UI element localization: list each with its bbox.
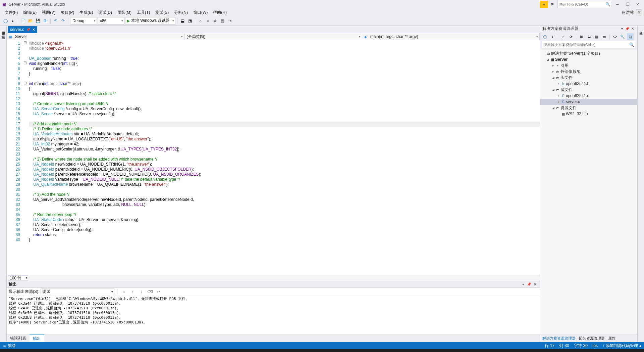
new-project-button[interactable]: 📄 xyxy=(20,17,26,25)
step-into-button[interactable]: ⬓ xyxy=(179,17,186,25)
feedback-flag-icon[interactable]: ⚑ xyxy=(548,1,556,8)
server-explorer-tab[interactable]: 服务器资源管理器 xyxy=(0,27,6,31)
se-pin-icon[interactable]: 📌 xyxy=(625,26,630,32)
output-close-icon[interactable]: ✕ xyxy=(532,282,538,287)
project-node[interactable]: ◢▦Server xyxy=(540,56,637,62)
menu-调试[interactable]: 调试(D) xyxy=(96,9,115,16)
scope-combo[interactable]: (全局范围) xyxy=(184,33,362,40)
output-text[interactable]: "Server.exe"(Win32): 已加载"C:\Windows\SysW… xyxy=(7,296,540,335)
header-file[interactable]: ▸hopen62541.h xyxy=(540,81,637,87)
output-wrap-button[interactable]: ↵ xyxy=(155,289,162,295)
quick-launch-input[interactable]: 🔍 xyxy=(557,1,611,8)
se-collapse-button[interactable]: ⊞ xyxy=(578,33,585,40)
search-icon: 🔍 xyxy=(629,42,634,47)
save-all-button[interactable]: 🗎 xyxy=(42,17,49,25)
project-combo[interactable]: ▦Server xyxy=(7,33,184,40)
output-source-combo[interactable]: 调试 xyxy=(41,289,114,295)
menu-视图[interactable]: 视图(V) xyxy=(39,9,58,16)
sources-folder[interactable]: ◢🗀源文件 xyxy=(540,87,637,93)
menu-bar: 文件(F)编辑(E)视图(V)项目(P)生成(B)调试(D)团队(M)工具(T)… xyxy=(0,9,644,16)
pin-icon[interactable]: 📌 xyxy=(26,28,30,32)
code-area[interactable]: #include <signal.h>#include "open62541.h… xyxy=(28,40,540,275)
resources-folder[interactable]: ◢🗀资源文件 xyxy=(540,105,637,111)
close-tab-icon[interactable]: ✕ xyxy=(32,28,35,32)
open-file-button[interactable]: 📂 xyxy=(27,17,34,25)
se-refresh-button[interactable]: ⟳ xyxy=(568,33,574,40)
comment-button[interactable]: ≡ xyxy=(204,17,211,25)
close-button[interactable]: ✕ xyxy=(633,1,643,8)
output-tab[interactable]: 输出 xyxy=(30,335,44,342)
bookmark-button[interactable]: ▤ xyxy=(219,17,226,25)
member-combo[interactable]: ◈main(int argc, char ** argv) xyxy=(362,33,540,40)
tab-button[interactable]: ⇥ xyxy=(226,17,233,25)
menu-编辑[interactable]: 编辑(E) xyxy=(20,9,39,16)
menu-团队[interactable]: 团队(M) xyxy=(115,9,134,16)
output-clear-button[interactable]: ⌫ xyxy=(146,289,154,295)
se-preview-button[interactable]: ▭ xyxy=(601,33,608,40)
output-next-button[interactable]: ↓ xyxy=(138,289,145,295)
headers-folder[interactable]: ◢🗀头文件 xyxy=(540,75,637,81)
output-dropdown-icon[interactable]: ▾ xyxy=(520,282,526,287)
toolbox-tab[interactable]: 工具箱 xyxy=(0,31,6,35)
save-button[interactable]: 💾 xyxy=(35,17,41,25)
se-back-button[interactable]: ◯ xyxy=(542,33,548,40)
team-explorer-link[interactable]: 团队资源管理器 xyxy=(579,336,605,341)
status-add-source-control[interactable]: ↑ 添加到源代码管理 ▴ xyxy=(602,343,641,349)
undo-button[interactable]: ↶ xyxy=(52,17,59,25)
output-goto-button[interactable]: ≡ xyxy=(120,289,127,295)
status-line: 行 17 xyxy=(545,343,554,349)
redo-button[interactable]: ↷ xyxy=(60,17,66,25)
properties-tab[interactable]: 属性 xyxy=(638,27,644,31)
se-dropdown-icon[interactable]: ▾ xyxy=(619,26,625,32)
notifications-icon[interactable]: ▾ xyxy=(540,1,548,8)
se-sync-button[interactable]: ⇄ xyxy=(586,33,592,40)
solution-platform-combo[interactable]: x86 xyxy=(98,17,124,25)
menu-工具[interactable]: 工具(T) xyxy=(134,9,153,16)
menu-分析[interactable]: 分析(N) xyxy=(171,9,191,16)
source-file-2[interactable]: ▸Cserver.c xyxy=(540,99,637,105)
user-avatar-icon[interactable]: 何 xyxy=(636,9,642,15)
source-file-1[interactable]: ▸Copen62541.c xyxy=(540,93,637,99)
menu-文件[interactable]: 文件(F) xyxy=(2,9,20,16)
solution-config-combo[interactable]: Debug xyxy=(70,17,97,25)
se-close-icon[interactable]: ✕ xyxy=(630,26,635,32)
error-list-tab[interactable]: 错误列表 xyxy=(7,335,30,342)
solution-explorer-search[interactable]: 🔍 xyxy=(542,41,636,48)
minimize-button[interactable]: ─ xyxy=(612,1,623,8)
code-editor[interactable]: 1234567891011121314151617181920212223242… xyxy=(7,40,540,275)
uncomment-button[interactable]: ≢ xyxy=(212,17,218,25)
right-tool-strip: 属性 xyxy=(637,26,644,342)
user-name[interactable]: 何洪林 xyxy=(622,10,634,15)
line-number-gutter: 1234567891011121314151617181920212223242… xyxy=(7,40,23,275)
quick-launch-field[interactable] xyxy=(559,2,605,6)
properties-link[interactable]: 属性 xyxy=(608,336,615,341)
output-prev-button[interactable]: ↑ xyxy=(129,289,136,295)
menu-帮助[interactable]: 帮助(H) xyxy=(210,9,229,16)
solution-explorer-link[interactable]: 解决方案资源管理器 xyxy=(542,336,576,341)
menu-窗口[interactable]: 窗口(W) xyxy=(191,9,210,16)
zoom-combo[interactable]: 100 % xyxy=(8,275,28,281)
se-showall-button[interactable]: ▦ xyxy=(593,33,600,40)
se-home-button[interactable]: ⌂ xyxy=(560,33,567,40)
resource-file[interactable]: ▦WS2_32.Lib xyxy=(540,111,637,117)
output-pin-icon[interactable]: 📌 xyxy=(526,282,532,287)
se-view-button[interactable]: ▤ xyxy=(627,33,634,40)
se-forward-button[interactable]: ▸ xyxy=(549,33,556,40)
solution-node[interactable]: 🗀解决方案"Server"(1 个项目) xyxy=(540,50,637,56)
solution-tree[interactable]: 🗀解决方案"Server"(1 个项目) ◢▦Server ▸▪引用 ▸🗀外部依… xyxy=(540,50,637,335)
doc-tab-server-c[interactable]: server.c 📌 ✕ xyxy=(8,26,37,33)
menu-测试[interactable]: 测试(S) xyxy=(153,9,171,16)
maximize-button[interactable]: ❐ xyxy=(623,1,633,8)
fold-gutter[interactable]: ⊟⊟⊟ xyxy=(23,40,28,275)
menu-项目[interactable]: 项目(P) xyxy=(58,9,77,16)
nav-forward-button[interactable]: ▸ xyxy=(9,17,16,25)
se-wrench-button[interactable]: 🔧 xyxy=(619,33,626,40)
menu-生成[interactable]: 生成(B) xyxy=(77,9,96,16)
find-button[interactable]: ⌕ xyxy=(197,17,204,25)
se-properties-button[interactable]: <> xyxy=(611,33,618,40)
step-over-button[interactable]: ⬔ xyxy=(186,17,193,25)
start-debug-button[interactable]: ▶本地 Windows 调试器 xyxy=(125,17,175,25)
external-deps-node[interactable]: ▸🗀外部依赖项 xyxy=(540,69,637,75)
references-node[interactable]: ▸▪引用 xyxy=(540,62,637,69)
nav-back-button[interactable]: ◯ xyxy=(2,17,9,25)
